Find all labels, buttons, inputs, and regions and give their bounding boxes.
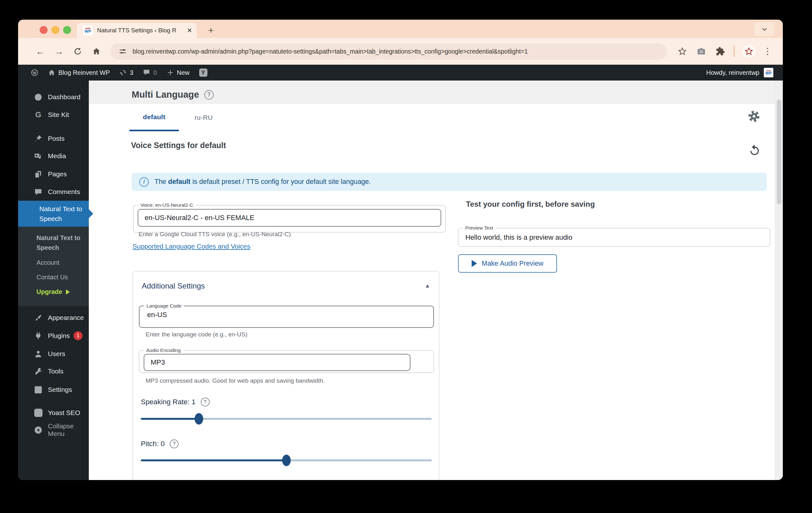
arrow-right-icon bbox=[66, 290, 70, 295]
sidebar-item-posts[interactable]: Posts bbox=[18, 131, 89, 146]
help-icon[interactable]: ? bbox=[204, 90, 214, 99]
scrollbar[interactable] bbox=[775, 81, 783, 480]
home-icon bbox=[92, 47, 101, 56]
screenshot-camera-button[interactable] bbox=[696, 46, 707, 57]
test-config-column: Test your config first, before saving Pr… bbox=[458, 200, 770, 282]
tab-title: Natural TTS Settings ‹ Blog R bbox=[97, 27, 186, 34]
pages-icon bbox=[34, 170, 42, 179]
slider-thumb[interactable] bbox=[282, 455, 291, 466]
plugin-icon bbox=[34, 332, 42, 340]
submenu-item-contact-us[interactable]: Contact Us bbox=[36, 274, 86, 281]
pin-icon bbox=[34, 134, 42, 143]
account-menu[interactable]: Howdy, reinventwp WP bbox=[706, 68, 773, 78]
url-text[interactable]: blog.reinventwp.com/wp-admin/admin.php?p… bbox=[133, 48, 528, 55]
sidebar-item-settings[interactable]: Settings bbox=[18, 382, 89, 397]
help-icon[interactable]: ? bbox=[201, 398, 210, 406]
sidebar-item-tools[interactable]: Tools bbox=[18, 364, 89, 379]
supported-voices-link[interactable]: Supported Language Codes and Voices bbox=[133, 243, 250, 250]
plus-icon bbox=[167, 69, 174, 77]
updates-menu[interactable]: 3 bbox=[119, 69, 133, 77]
sidebar-item-site-kit[interactable]: G Site Kit bbox=[18, 108, 89, 122]
audio-encoding-field-group: Audio Encoding MP3 bbox=[139, 348, 434, 373]
reset-settings-button[interactable] bbox=[748, 144, 761, 157]
help-icon[interactable]: ? bbox=[170, 440, 179, 448]
voice-field-legend: Voice: en-US-Neural2-C bbox=[138, 202, 196, 208]
submenu-item-natural-tts[interactable]: Natural Text to Speech bbox=[36, 233, 84, 253]
pinned-extension-button[interactable] bbox=[742, 45, 756, 58]
sidebar-item-yoast-seo[interactable]: Yoast SEO bbox=[18, 405, 89, 420]
address-bar[interactable]: blog.reinventwp.com/wp-admin/admin.php?p… bbox=[110, 43, 667, 60]
scrollbar-thumb[interactable] bbox=[777, 99, 781, 204]
sidebar-item-natural-tts[interactable]: Natural Text to Speech bbox=[18, 201, 89, 227]
sidebar-item-plugins[interactable]: Plugins 1 bbox=[18, 329, 89, 343]
settings-panel: default ru-RU Voice Settings for default bbox=[89, 104, 775, 480]
preset-settings-button[interactable] bbox=[747, 110, 762, 125]
wordpress-favicon: WP bbox=[83, 26, 93, 35]
tab-ru-ru[interactable]: ru-RU bbox=[179, 104, 228, 131]
make-audio-preview-button[interactable]: Make Audio Preview bbox=[458, 254, 557, 273]
sidebar-item-collapse-menu[interactable]: Collapse Menu bbox=[18, 423, 89, 437]
submenu-item-upgrade[interactable]: Upgrade bbox=[36, 288, 86, 296]
forward-button[interactable]: → bbox=[52, 44, 66, 58]
tab-search-button[interactable] bbox=[754, 22, 775, 36]
close-window-button[interactable] bbox=[40, 26, 48, 34]
sidebar-item-comments[interactable]: Comments bbox=[18, 184, 89, 199]
info-banner: i The default is default preset / TTS co… bbox=[132, 173, 766, 191]
extensions-button[interactable] bbox=[715, 46, 726, 57]
zoom-window-button[interactable] bbox=[63, 26, 71, 34]
sidebar-item-appearance[interactable]: Appearance bbox=[18, 310, 89, 325]
slider-fill bbox=[141, 418, 199, 420]
visit-site-link[interactable]: Blog Reinvent WP bbox=[48, 69, 110, 77]
voice-input[interactable]: en-US-Neural2-C - en-US FEMALE bbox=[138, 209, 441, 227]
bookmark-star-button[interactable] bbox=[676, 46, 688, 57]
submenu-item-account[interactable]: Account bbox=[36, 259, 86, 266]
admin-content: Multi Language ? default ru-RU Voice Set… bbox=[89, 81, 783, 480]
new-tab-button[interactable]: + bbox=[205, 24, 217, 37]
tab-default[interactable]: default bbox=[129, 104, 179, 131]
slider-thumb[interactable] bbox=[195, 413, 203, 425]
info-icon: i bbox=[139, 177, 149, 187]
additional-settings-title: Additional Settings bbox=[142, 281, 205, 291]
sidebar-item-media[interactable]: Media bbox=[18, 149, 89, 163]
tab-close-icon[interactable]: ✕ bbox=[187, 27, 192, 34]
minimize-window-button[interactable] bbox=[51, 26, 59, 34]
language-code-input[interactable]: en-US bbox=[140, 309, 433, 319]
browser-menu-button[interactable]: ⋮ bbox=[763, 47, 772, 56]
collapse-section-icon[interactable]: ▲ bbox=[425, 283, 430, 289]
current-menu-arrow bbox=[89, 209, 93, 218]
comment-icon bbox=[34, 188, 42, 196]
reload-button[interactable] bbox=[71, 44, 85, 58]
back-button[interactable]: ← bbox=[33, 44, 47, 58]
home-button[interactable] bbox=[89, 44, 104, 58]
yoast-menu[interactable]: Y bbox=[199, 68, 207, 77]
comments-menu[interactable]: 0 bbox=[143, 69, 157, 77]
pitch-label: Pitch: 0 bbox=[141, 440, 165, 448]
audio-encoding-input[interactable]: MP3 bbox=[144, 354, 410, 371]
page-title: Multi Language bbox=[132, 89, 199, 100]
toolbar-divider bbox=[734, 46, 734, 57]
sidebar-item-dashboard[interactable]: Dashboard bbox=[18, 90, 89, 104]
yoast-icon bbox=[34, 409, 42, 417]
browser-tab[interactable]: WP Natural TTS Settings ‹ Blog R ✕ bbox=[77, 23, 197, 38]
sidebar-item-users[interactable]: Users bbox=[18, 346, 89, 361]
new-content-menu[interactable]: New bbox=[167, 69, 190, 77]
test-config-title: Test your config first, before saving bbox=[466, 200, 595, 209]
preview-text-field-group: Preview Text Hello world, this is a prev… bbox=[458, 225, 770, 247]
puzzle-icon bbox=[716, 47, 725, 56]
wordpress-logo-icon bbox=[31, 69, 38, 77]
tab-strip: WP Natural TTS Settings ‹ Blog R ✕ + bbox=[18, 20, 783, 38]
preview-text-input[interactable]: Hello world, this is a preview audio bbox=[458, 231, 770, 242]
additional-settings-card: Additional Settings ▲ Language Code en-U… bbox=[133, 271, 439, 480]
camera-icon bbox=[697, 47, 706, 56]
play-icon bbox=[472, 260, 477, 267]
wp-admin-bar: Blog Reinvent WP 3 0 New Y bbox=[18, 65, 783, 81]
slider-fill bbox=[141, 459, 286, 461]
chevron-down-icon bbox=[761, 26, 768, 33]
wp-logo-menu[interactable] bbox=[31, 69, 38, 77]
sidebar-item-pages[interactable]: Pages bbox=[18, 167, 89, 181]
speaking-rate-slider[interactable] bbox=[141, 414, 432, 424]
reload-icon bbox=[73, 47, 82, 56]
pitch-slider[interactable] bbox=[141, 455, 432, 466]
media-icon bbox=[34, 152, 42, 160]
reset-icon bbox=[748, 144, 761, 157]
